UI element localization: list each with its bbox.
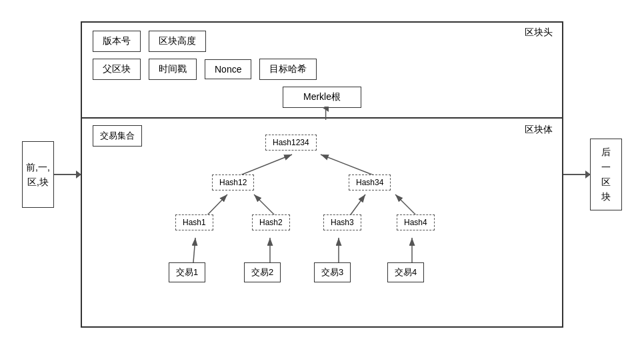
arrow-to-next <box>563 174 590 175</box>
nonce-box: Nonce <box>205 59 251 79</box>
hash4-box: Hash4 <box>397 214 435 230</box>
merkle-root-box: Merkle根 <box>283 87 361 108</box>
merkle-arrow-svg <box>321 107 331 120</box>
tx1-node: 交易1 <box>169 262 205 282</box>
tx4-box: 交易4 <box>387 262 424 282</box>
tx-set-box: 交易集合 <box>93 125 142 147</box>
svg-line-1 <box>239 155 292 176</box>
hash34-node: Hash34 <box>349 174 391 190</box>
next-block: 后一区块 <box>590 139 622 210</box>
tx2-node: 交易2 <box>244 262 281 282</box>
target-hash-box: 目标哈希 <box>259 59 317 80</box>
hash3-node: Hash3 <box>323 214 361 230</box>
hash2-box: Hash2 <box>252 214 290 230</box>
next-block-label: 后一区块 <box>601 145 611 204</box>
merkle-tree: Hash1234 Hash12 Hash34 Hash1 Hash2 Hash3 <box>149 129 455 309</box>
tx2-box: 交易2 <box>244 262 281 282</box>
merkle-root-row: Merkle根 <box>93 87 551 108</box>
prev-block: 前,一,区,块 <box>22 141 54 208</box>
block-body-label: 区块体 <box>525 124 553 136</box>
version-box: 版本号 <box>93 31 141 52</box>
tx1-box: 交易1 <box>169 262 205 282</box>
arrow-line-left <box>54 174 81 175</box>
hash1234-box: Hash1234 <box>265 135 317 151</box>
hash1234-node: Hash1234 <box>265 135 317 151</box>
block-height-box: 区块高度 <box>149 31 206 52</box>
merkle-up-arrow <box>321 107 331 123</box>
block-body-section: 区块体 交易集合 <box>82 119 562 326</box>
prev-block-label: 前,一,区,块 <box>25 160 51 190</box>
parent-block-box: 父区块 <box>93 59 141 80</box>
hash2-node: Hash2 <box>252 214 290 230</box>
arrow-to-main <box>54 174 81 175</box>
timestamp-box: 时间戳 <box>149 59 197 80</box>
hash12-box: Hash12 <box>212 174 254 190</box>
blockchain-diagram: 前,一,区,块 区块头 版本号 区块高度 父区块 时间戳 Nonce 目标哈希 … <box>22 11 622 338</box>
hash4-node: Hash4 <box>397 214 435 230</box>
tx4-node: 交易4 <box>387 262 424 282</box>
hash34-box: Hash34 <box>349 174 391 190</box>
tx3-node: 交易3 <box>314 262 351 282</box>
block-header-label: 区块头 <box>525 27 553 39</box>
main-block: 区块头 版本号 区块高度 父区块 时间戳 Nonce 目标哈希 Merkle根 … <box>81 21 563 328</box>
svg-line-7 <box>193 238 195 262</box>
block-header-section: 区块头 版本号 区块高度 父区块 时间戳 Nonce 目标哈希 Merkle根 <box>82 23 562 119</box>
header-row-2: 父区块 时间戳 Nonce 目标哈希 <box>93 59 551 80</box>
svg-line-2 <box>321 155 375 176</box>
header-row-1: 版本号 区块高度 <box>93 31 551 52</box>
tx3-box: 交易3 <box>314 262 351 282</box>
hash1-node: Hash1 <box>175 214 213 230</box>
hash12-node: Hash12 <box>212 174 254 190</box>
hash3-box: Hash3 <box>323 214 361 230</box>
hash1-box: Hash1 <box>175 214 213 230</box>
arrow-line-right <box>563 174 590 175</box>
